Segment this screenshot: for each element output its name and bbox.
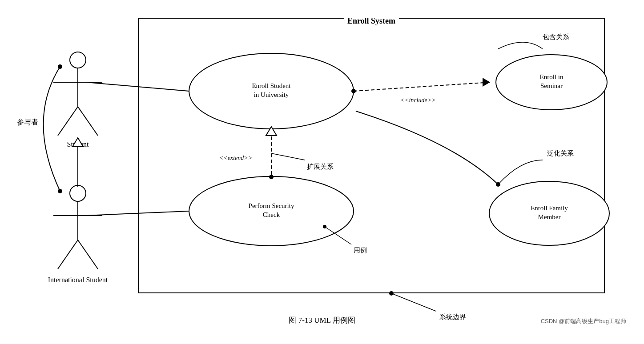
svg-point-5 (70, 185, 86, 201)
xitong-label: 系统边界 (439, 313, 466, 320)
svg-line-9 (78, 240, 98, 269)
student-label: Student (67, 140, 89, 148)
svg-point-12 (58, 64, 62, 69)
watermark: CSDN @前端高级生产bug工程师 (541, 317, 626, 325)
caption: 图 7-13 UML 用例图 (289, 315, 355, 325)
international-student-label: International Student (48, 276, 108, 284)
diagram-container: Enroll System Student International Stud… (9, 9, 635, 333)
canyuzhe-label: 参与者 (17, 118, 38, 126)
svg-line-40 (391, 293, 436, 311)
system-boundary: Enroll System (138, 18, 605, 293)
svg-line-4 (78, 107, 98, 136)
svg-point-0 (70, 52, 86, 68)
svg-point-13 (58, 189, 62, 193)
svg-line-3 (58, 107, 78, 136)
system-title: Enroll System (344, 16, 399, 26)
svg-marker-11 (72, 138, 83, 147)
svg-line-8 (58, 240, 78, 269)
